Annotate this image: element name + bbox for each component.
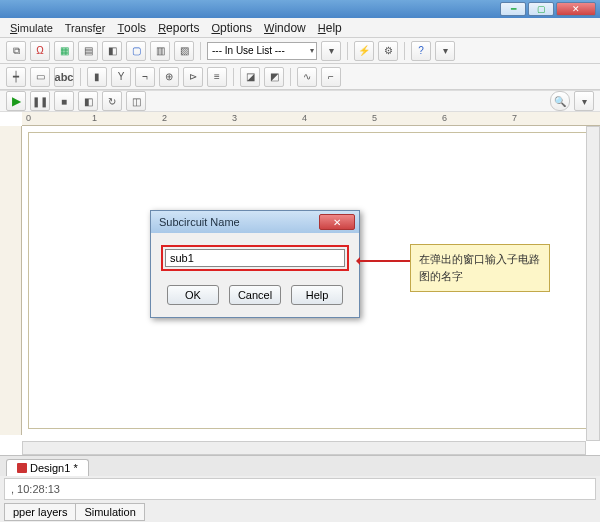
minimize-button[interactable]: ━: [500, 2, 526, 16]
subcircuit-name-dialog: Subcircuit Name ✕ OK Cancel Help: [150, 210, 360, 318]
tool-part-icon[interactable]: ◪: [240, 67, 260, 87]
menu-reports[interactable]: Reports: [152, 19, 205, 37]
tool-grid-icon[interactable]: ▦: [54, 41, 74, 61]
refresh-icon[interactable]: ↻: [102, 91, 122, 111]
menu-options[interactable]: Options: [205, 19, 258, 37]
tool-omega-icon[interactable]: Ω: [30, 41, 50, 61]
tool-doc-icon[interactable]: ▭: [30, 67, 50, 87]
tool-text-icon[interactable]: abc: [54, 67, 74, 87]
menu-simulate[interactable]: Simulate: [4, 19, 59, 37]
menu-window[interactable]: Window: [258, 19, 312, 37]
tool-table-icon[interactable]: ▤: [78, 41, 98, 61]
tool-part2-icon[interactable]: ◩: [264, 67, 284, 87]
menu-transfer[interactable]: Transfer: [59, 19, 112, 37]
run-button[interactable]: ▶: [6, 91, 26, 111]
tool-gate-icon[interactable]: ¬: [135, 67, 155, 87]
menu-help[interactable]: Help: [312, 19, 348, 37]
menu-tools[interactable]: Tools: [111, 19, 152, 37]
tool-box-icon[interactable]: ▢: [126, 41, 146, 61]
tool-transistor-icon[interactable]: Y: [111, 67, 131, 87]
zoom-menu-icon[interactable]: ▾: [574, 91, 594, 111]
in-use-list-dropdown[interactable]: --- In Use List ---: [207, 42, 317, 60]
tool-net-icon[interactable]: ┿: [6, 67, 26, 87]
annotation-arrow-icon: [358, 260, 410, 262]
status-time-label: , 10:28:13: [11, 483, 60, 495]
tool-connector-icon[interactable]: ⊕: [159, 67, 179, 87]
tool-flash-icon[interactable]: ⚡: [354, 41, 374, 61]
dialog-button-row: OK Cancel Help: [161, 285, 349, 305]
menu-bar: Simulate Transfer Tools Reports Options …: [0, 18, 600, 38]
separator-icon: [404, 42, 405, 60]
tool-wave-icon[interactable]: ∿: [297, 67, 317, 87]
document-tab-design1[interactable]: Design1 *: [6, 459, 89, 476]
tool-ground-icon[interactable]: ≡: [207, 67, 227, 87]
bottom-panel: Design1 * , 10:28:13 pper layers Simulat…: [0, 455, 600, 522]
status-bar: , 10:28:13: [4, 478, 596, 500]
dialog-close-button[interactable]: ✕: [319, 214, 355, 230]
schematic-file-icon: [17, 463, 27, 473]
annotation-callout: 在弹出的窗口输入子电路图的名字: [410, 244, 550, 292]
separator-icon: [200, 42, 201, 60]
window-titlebar: ━ ▢ ✕: [0, 0, 600, 18]
tool-dropdown-arrow-icon[interactable]: ▾: [321, 41, 341, 61]
chart-icon[interactable]: ◫: [126, 91, 146, 111]
cancel-button[interactable]: Cancel: [229, 285, 281, 305]
tool-component-icon[interactable]: ▥: [150, 41, 170, 61]
separator-icon: [80, 68, 81, 86]
dialog-title-label: Subcircuit Name: [159, 216, 240, 228]
toolbar-row-2: ┿ ▭ abc ▮ Y ¬ ⊕ ⊳ ≡ ◪ ◩ ∿ ⌐: [0, 64, 600, 90]
horizontal-scrollbar[interactable]: [22, 441, 586, 455]
separator-icon: [290, 68, 291, 86]
step-button[interactable]: ◧: [78, 91, 98, 111]
dialog-titlebar[interactable]: Subcircuit Name ✕: [151, 211, 359, 233]
tool-list-icon[interactable]: ◧: [102, 41, 122, 61]
tab-simulation[interactable]: Simulation: [75, 503, 144, 521]
dialog-input-highlight: [161, 245, 349, 271]
tool-wrench-icon[interactable]: ⚙: [378, 41, 398, 61]
dialog-body: OK Cancel Help: [151, 233, 359, 317]
app-window: ━ ▢ ✕ Simulate Transfer Tools Reports Op…: [0, 0, 600, 522]
separator-icon: [347, 42, 348, 60]
help-button[interactable]: Help: [291, 285, 343, 305]
horizontal-ruler: 0 1 2 3 4 5 6 7: [22, 112, 600, 126]
stop-button[interactable]: ■: [54, 91, 74, 111]
vertical-ruler: [0, 126, 22, 435]
mode-tabs: pper layers Simulation: [0, 502, 600, 522]
subcircuit-name-input[interactable]: [165, 249, 345, 267]
document-tab-label: Design1 *: [30, 462, 78, 474]
close-button[interactable]: ✕: [556, 2, 596, 16]
ok-button[interactable]: OK: [167, 285, 219, 305]
tool-port-icon[interactable]: ⊳: [183, 67, 203, 87]
tool-dropdown-icon[interactable]: ▾: [435, 41, 455, 61]
tool-help-icon[interactable]: ?: [411, 41, 431, 61]
annotation-text: 在弹出的窗口输入子电路图的名字: [419, 253, 540, 282]
tool-step-icon[interactable]: ⌐: [321, 67, 341, 87]
document-tabs: Design1 *: [0, 456, 600, 476]
tool-layers-icon[interactable]: ▧: [174, 41, 194, 61]
tab-upper-layers[interactable]: pper layers: [4, 503, 75, 521]
tool-probe-icon[interactable]: ▮: [87, 67, 107, 87]
zoom-icon[interactable]: 🔍: [550, 91, 570, 111]
separator-icon: [233, 68, 234, 86]
tool-generic-icon[interactable]: ⧉: [6, 41, 26, 61]
vertical-scrollbar[interactable]: [586, 126, 600, 441]
maximize-button[interactable]: ▢: [528, 2, 554, 16]
toolbar-row-3: ▶ ❚❚ ■ ◧ ↻ ◫ 🔍 ▾: [0, 90, 600, 112]
pause-button[interactable]: ❚❚: [30, 91, 50, 111]
toolbar-row-1: ⧉ Ω ▦ ▤ ◧ ▢ ▥ ▧ --- In Use List --- ▾ ⚡ …: [0, 38, 600, 64]
